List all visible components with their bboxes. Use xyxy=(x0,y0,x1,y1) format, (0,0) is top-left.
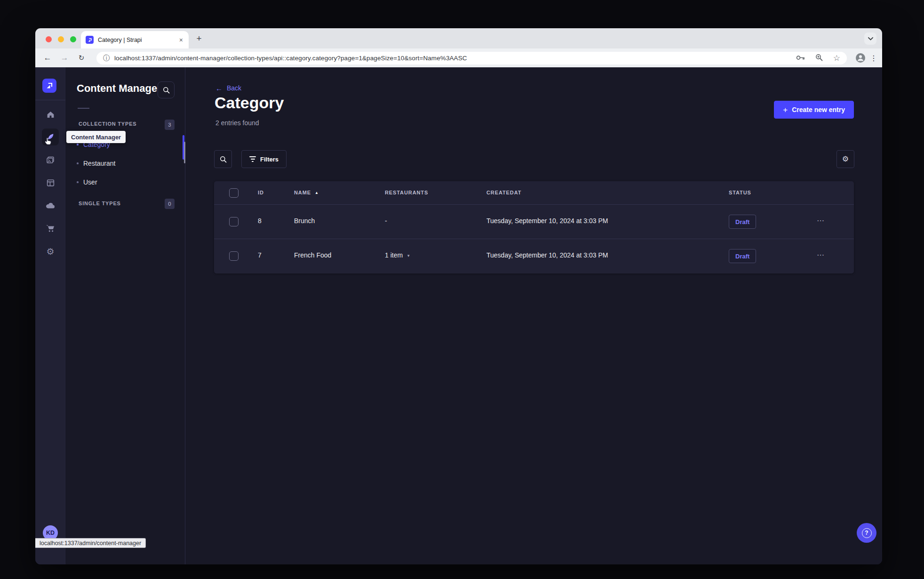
back-icon[interactable]: ← xyxy=(42,52,53,64)
minimize-window-button[interactable] xyxy=(58,36,64,42)
column-header-name[interactable]: NAME▲ xyxy=(294,190,319,195)
content-type-builder-icon[interactable] xyxy=(42,174,59,191)
search-icon xyxy=(220,156,227,163)
chevron-down-icon: ▼ xyxy=(406,254,410,258)
home-icon[interactable] xyxy=(42,106,59,123)
table-header-row: ID NAME▲ RESTAURANTS CREATEDAT STATUS xyxy=(214,181,854,205)
cell-createdat: Tuesday, September 10, 2024 at 3:03 PM xyxy=(486,251,608,259)
view-settings-button[interactable]: ⚙ xyxy=(836,150,854,168)
settings-gear-icon[interactable]: ⚙ xyxy=(42,243,59,260)
entries-count: 2 entries found xyxy=(215,119,259,127)
url-text[interactable]: localhost:1337/admin/content-manager/col… xyxy=(114,55,467,62)
forward-icon[interactable]: → xyxy=(59,52,70,64)
cell-name: French Food xyxy=(294,251,331,259)
bullet-icon xyxy=(77,144,79,145)
mouse-hand-cursor xyxy=(45,137,52,147)
table-row[interactable]: 8 Brunch - Tuesday, September 10, 2024 a… xyxy=(214,205,854,239)
content-manager-icon[interactable] xyxy=(42,129,59,145)
cell-createdat: Tuesday, September 10, 2024 at 3:03 PM xyxy=(486,217,608,225)
filters-button[interactable]: Filters xyxy=(241,150,287,168)
bookmark-star-icon[interactable]: ☆ xyxy=(833,54,840,62)
subnav-item-restaurant[interactable]: Restaurant xyxy=(77,158,115,169)
gear-icon: ⚙ xyxy=(842,155,849,163)
bullet-icon xyxy=(77,181,79,183)
filter-icon xyxy=(249,156,256,162)
back-link[interactable]: ← Back xyxy=(215,84,241,92)
browser-menu-kebab-icon[interactable]: ⋮ xyxy=(868,52,879,64)
collection-types-count-badge: 3 xyxy=(165,120,175,130)
page-title: Category xyxy=(215,94,284,112)
question-mark-icon: ? xyxy=(862,528,872,538)
search-icon xyxy=(163,87,170,94)
strapi-admin-page: ⚙ KD Content Manager COLLECTION TYPES 3 … xyxy=(35,67,882,564)
subnav-title: Content Manager xyxy=(77,82,161,95)
url-bar[interactable]: ⓘ localhost:1337/admin/content-manager/c… xyxy=(96,52,847,64)
plus-icon: + xyxy=(783,106,788,114)
column-header-status[interactable]: STATUS xyxy=(729,190,751,195)
sidebar-divider xyxy=(35,100,65,100)
single-types-heading: SINGLE TYPES xyxy=(79,201,121,206)
new-tab-button[interactable]: + xyxy=(193,33,205,44)
reload-icon[interactable]: ↻ xyxy=(76,52,87,64)
collection-types-heading: COLLECTION TYPES xyxy=(79,121,136,127)
zoom-page-icon[interactable] xyxy=(815,54,823,63)
column-header-id[interactable]: ID xyxy=(258,190,264,195)
subnav-item-user[interactable]: User xyxy=(77,177,97,188)
close-window-button[interactable] xyxy=(46,36,52,42)
single-types-count-badge: 0 xyxy=(165,199,175,209)
main-nav-sidebar: ⚙ KD xyxy=(35,67,65,564)
url-bar-actions: ☆ xyxy=(796,53,840,63)
status-badge: Draft xyxy=(729,249,756,263)
create-new-entry-button[interactable]: + Create new entry xyxy=(774,101,854,119)
marketplace-cart-icon[interactable] xyxy=(42,220,59,237)
table-search-button[interactable] xyxy=(214,150,232,168)
column-header-restaurants[interactable]: RESTAURANTS xyxy=(385,190,428,195)
main-content: ← Back Category 2 entries found + Create… xyxy=(185,67,882,564)
tab-close-icon[interactable]: × xyxy=(178,36,184,44)
row-checkbox[interactable] xyxy=(229,251,239,261)
row-checkbox[interactable] xyxy=(229,217,239,226)
tab-title: Category | Strapi xyxy=(98,37,174,43)
zoom-window-button[interactable] xyxy=(70,36,76,42)
media-library-icon[interactable] xyxy=(42,152,59,169)
desktop-background: Category | Strapi × + ← → ↻ ⓘ localhost:… xyxy=(0,0,924,579)
password-key-icon[interactable] xyxy=(796,54,805,63)
strapi-logo-icon[interactable] xyxy=(42,79,56,93)
subnav-divider xyxy=(78,108,89,109)
tab-search-chevron-icon[interactable] xyxy=(864,32,876,45)
strapi-favicon-icon xyxy=(86,36,94,44)
bullet-icon xyxy=(77,162,79,164)
browser-tab-strip: Category | Strapi × + xyxy=(35,28,882,48)
row-actions-ellipsis-icon[interactable]: ⋯ xyxy=(817,250,825,259)
cell-restaurants: - xyxy=(385,217,387,225)
select-all-checkbox[interactable] xyxy=(229,188,239,198)
cell-name: Brunch xyxy=(294,217,315,225)
content-manager-tooltip: Content Manager xyxy=(66,131,126,143)
browser-tab[interactable]: Category | Strapi × xyxy=(81,31,189,48)
cell-id: 8 xyxy=(258,217,262,225)
column-header-createdat[interactable]: CREATEDAT xyxy=(486,190,521,195)
subnav-search-button[interactable] xyxy=(158,81,175,98)
window-controls xyxy=(46,36,76,42)
cell-restaurants[interactable]: 1 item▼ xyxy=(385,251,410,259)
deploy-cloud-icon[interactable] xyxy=(42,197,59,214)
browser-window: Category | Strapi × + ← → ↻ ⓘ localhost:… xyxy=(35,28,882,564)
status-bar-link-preview: localhost:1337/admin/content-manager xyxy=(35,538,146,548)
browser-toolbar: ← → ↻ ⓘ localhost:1337/admin/content-man… xyxy=(35,48,882,67)
back-arrow-icon: ← xyxy=(215,85,223,92)
profile-icon[interactable] xyxy=(855,52,866,64)
sort-asc-icon: ▲ xyxy=(315,191,319,195)
site-info-icon[interactable]: ⓘ xyxy=(103,54,110,63)
help-button[interactable]: ? xyxy=(857,523,876,543)
status-badge: Draft xyxy=(729,215,756,229)
table-row[interactable]: 7 French Food 1 item▼ Tuesday, September… xyxy=(214,239,854,273)
row-actions-ellipsis-icon[interactable]: ⋯ xyxy=(817,216,825,225)
cell-id: 7 xyxy=(258,251,262,259)
entries-table: ID NAME▲ RESTAURANTS CREATEDAT STATUS 8 … xyxy=(214,181,854,273)
